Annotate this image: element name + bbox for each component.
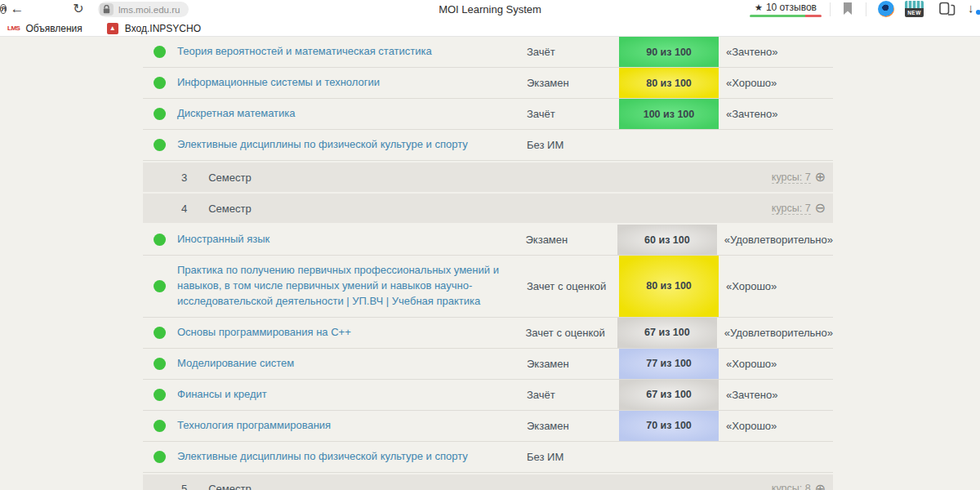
- semester-header-row: 5 Семестр курсы: 8 ⊕: [143, 474, 833, 490]
- score-badge: 90 из 100: [619, 37, 719, 67]
- back-icon[interactable]: ←: [8, 1, 26, 17]
- course-status-cell: [143, 37, 177, 67]
- score-cell: 80 из 100: [619, 256, 719, 317]
- course-link[interactable]: Технология программирования: [177, 411, 527, 441]
- grade-text: [719, 442, 833, 472]
- course-link[interactable]: Дискретная математика: [177, 99, 527, 129]
- score-cell: [619, 130, 719, 160]
- grade-text: «Удовлетворительно»: [717, 318, 833, 348]
- courses-count-link[interactable]: курсы: 8: [772, 483, 811, 490]
- status-dot-icon: [154, 420, 166, 432]
- status-dot-icon: [154, 108, 166, 120]
- collections-icon[interactable]: [939, 2, 956, 20]
- semester-number: 4: [181, 203, 187, 215]
- control-type: Экзамен: [526, 225, 618, 255]
- control-type: Экзамен: [527, 349, 619, 379]
- courses-count-link[interactable]: курсы: 7: [772, 203, 811, 215]
- score-badge: [619, 130, 719, 160]
- control-type: Зачёт: [527, 99, 619, 129]
- site-rating-widget[interactable]: ★ 10 отзывов: [750, 2, 822, 17]
- control-type: Зачет с оценкой: [526, 318, 618, 348]
- course-link[interactable]: Информационные системы и технологии: [177, 68, 527, 98]
- control-type: Экзамен: [527, 411, 619, 441]
- score-badge: 60 из 100: [617, 225, 717, 255]
- semester-number: 3: [181, 172, 187, 184]
- yandex-icon[interactable]: Я: [0, 4, 7, 14]
- semester-header-row: 4 Семестр курсы: 7 ⊖: [143, 194, 833, 223]
- grade-text: «Хорошо»: [719, 68, 833, 98]
- course-link[interactable]: Элективные дисциплины по физической куль…: [177, 442, 527, 472]
- score-cell: 90 из 100: [619, 37, 719, 67]
- course-status-cell: [143, 99, 177, 129]
- semester-number: 5: [181, 483, 187, 490]
- course-status-cell: [143, 256, 177, 317]
- expand-icon[interactable]: ⊕: [815, 171, 826, 184]
- course-link[interactable]: Теория вероятностей и математическая ста…: [177, 37, 527, 67]
- grade-text: «Зачтено»: [719, 37, 833, 67]
- refresh-icon[interactable]: ↻: [69, 1, 87, 17]
- course-status-cell: [143, 442, 177, 472]
- rating-bar-negative: [805, 15, 822, 17]
- semester-controls: курсы: 7 ⊕: [772, 171, 826, 184]
- new-badge: NEW: [905, 8, 924, 17]
- course-row: Элективные дисциплины по физической куль…: [143, 130, 833, 161]
- status-dot-icon: [154, 46, 166, 58]
- grade-text: [719, 130, 833, 160]
- grade-text: «Зачтено»: [719, 380, 833, 410]
- score-badge: 67 из 100: [619, 380, 719, 410]
- bookmark-item-announcements[interactable]: LMS Объявления: [7, 23, 82, 34]
- bookmark-item-inpsycho[interactable]: ▲ Вход.INPSYCHO: [107, 23, 201, 34]
- lock-icon[interactable]: [100, 3, 114, 16]
- course-link[interactable]: Моделирование систем: [177, 349, 527, 379]
- course-link[interactable]: Практика по получению первичных професси…: [177, 256, 527, 317]
- course-row: Практика по получению первичных професси…: [143, 256, 833, 318]
- address-bar[interactable]: lms.moi.edu.ru: [98, 2, 189, 17]
- toolbar-divider: [866, 2, 866, 16]
- score-cell: 100 из 100: [619, 99, 719, 129]
- courses-count-link[interactable]: курсы: 7: [772, 172, 811, 184]
- course-status-cell: [143, 380, 177, 410]
- extension-new-icon[interactable]: NEW: [905, 1, 924, 17]
- score-cell: [619, 442, 719, 472]
- rating-bar-positive: [750, 15, 805, 17]
- course-status-cell: [143, 318, 177, 348]
- score-cell: 70 из 100: [619, 411, 719, 441]
- course-link[interactable]: Финансы и кредит: [177, 380, 527, 410]
- download-icon[interactable]: ↓: [968, 1, 974, 15]
- course-link[interactable]: Иностранный язык: [177, 225, 526, 255]
- course-link[interactable]: Элективные дисциплины по физической куль…: [177, 130, 527, 160]
- status-dot-icon: [154, 139, 166, 151]
- course-row: Теория вероятностей и математическая ста…: [143, 37, 833, 68]
- course-row: Технология программирования Экзамен 70 и…: [143, 411, 833, 442]
- extension-browser-icon[interactable]: [878, 1, 894, 17]
- grade-text: «Хорошо»: [719, 349, 833, 379]
- status-dot-icon: [154, 327, 166, 339]
- status-dot-icon: [154, 358, 166, 370]
- bookmarks-bar: LMS Объявления ▲ Вход.INPSYCHO: [0, 20, 980, 37]
- course-row: Иностранный язык Экзамен 60 из 100 «Удов…: [143, 225, 833, 256]
- score-cell: 60 из 100: [617, 225, 717, 255]
- course-status-cell: [143, 411, 177, 441]
- course-status-cell: [143, 130, 177, 160]
- url-text: lms.moi.edu.ru: [118, 5, 180, 15]
- semester-label: Семестр: [208, 483, 251, 490]
- score-badge: [619, 442, 719, 472]
- grade-text: «Хорошо»: [719, 256, 833, 317]
- course-status-cell: [143, 349, 177, 379]
- course-row: Дискретная математика Зачёт 100 из 100 «…: [143, 99, 833, 130]
- inpsycho-favicon: ▲: [107, 23, 118, 34]
- score-badge: 77 из 100: [619, 349, 719, 379]
- rating-bar: [750, 15, 822, 17]
- semester-controls: курсы: 7 ⊖: [772, 202, 826, 215]
- collapse-icon[interactable]: ⊖: [815, 202, 826, 215]
- lms-favicon: LMS: [7, 24, 20, 32]
- bookmark-icon[interactable]: [843, 2, 853, 18]
- status-dot-icon: [154, 234, 166, 246]
- score-badge: 80 из 100: [619, 68, 719, 98]
- rating-label: 10 отзывов: [766, 2, 817, 13]
- course-link[interactable]: Основы программирования на C++: [177, 318, 526, 348]
- semester-label: Семестр: [208, 203, 251, 215]
- status-dot-icon: [154, 389, 166, 401]
- course-row: Моделирование систем Экзамен 77 из 100 «…: [143, 349, 833, 380]
- expand-icon[interactable]: ⊕: [815, 483, 826, 490]
